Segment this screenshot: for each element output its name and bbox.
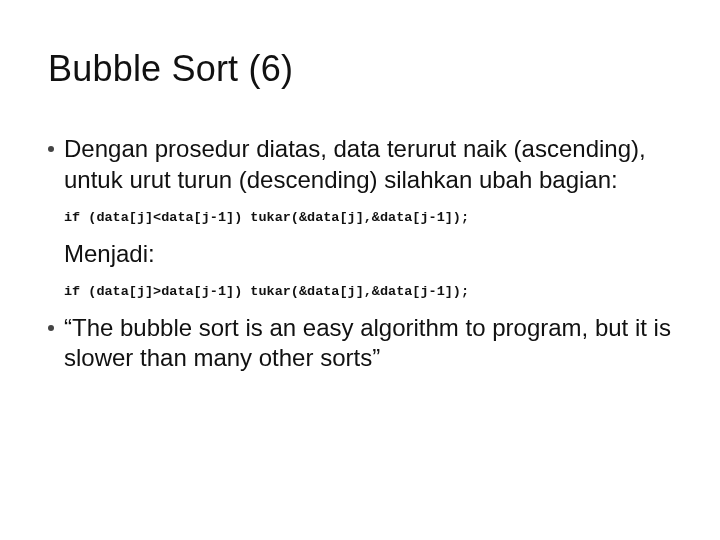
code-line-descending: if (data[j]>data[j-1]) tukar(&data[j],&d… — [64, 283, 680, 300]
bullet-dot-icon — [48, 325, 54, 331]
sub-label-menjadi: Menjadi: — [64, 239, 680, 270]
bullet-text: Dengan prosedur diatas, data terurut nai… — [64, 134, 680, 195]
bullet-item: “The bubble sort is an easy algorithm to… — [48, 313, 680, 374]
bullet-text: “The bubble sort is an easy algorithm to… — [64, 313, 680, 374]
slide: Bubble Sort (6) Dengan prosedur diatas, … — [0, 0, 720, 540]
code-line-ascending: if (data[j]<data[j-1]) tukar(&data[j],&d… — [64, 209, 680, 226]
bullet-item: Dengan prosedur diatas, data terurut nai… — [48, 134, 680, 195]
bullet-dot-icon — [48, 146, 54, 152]
slide-body: Dengan prosedur diatas, data terurut nai… — [48, 134, 680, 374]
slide-title: Bubble Sort (6) — [48, 48, 680, 90]
